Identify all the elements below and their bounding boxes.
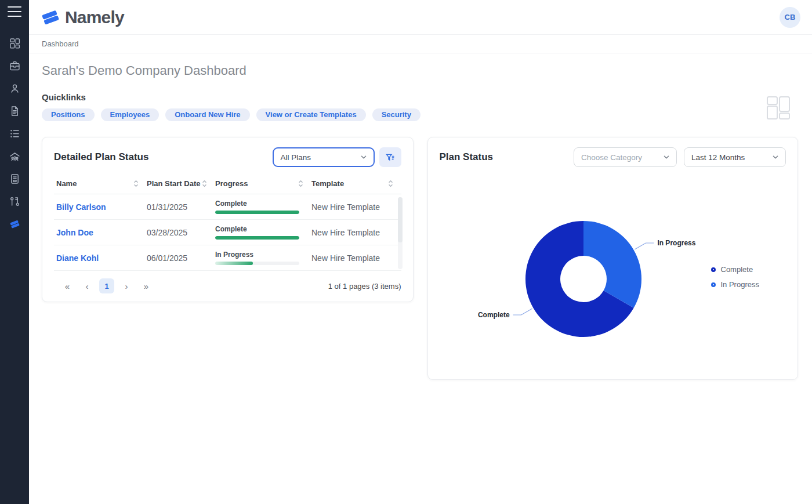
column-header-plan-start-date[interactable]: Plan Start Date: [147, 179, 215, 188]
chevron-down-icon: [771, 153, 780, 161]
quicklink-security[interactable]: Security: [372, 108, 420, 121]
plan-status-title: Plan Status: [440, 151, 494, 163]
detailed-plan-status-card: Detailed Plan Status All Plans Name Pl: [42, 137, 414, 302]
column-header-name[interactable]: Name: [54, 179, 147, 188]
prev-page-button[interactable]: ‹: [79, 278, 95, 293]
quicklinks-title: Quicklinks: [42, 92, 799, 102]
progress-cell: Complete: [215, 225, 311, 240]
last-page-button[interactable]: »: [139, 278, 154, 293]
quicklink-positions[interactable]: Positions: [42, 108, 95, 121]
namely-flag-icon: [9, 218, 21, 230]
person-icon: [9, 82, 21, 95]
workflow-icon: [9, 195, 21, 208]
table-scrollbar[interactable]: [398, 197, 403, 269]
list-icon: [9, 128, 21, 140]
org-people-icon: [9, 150, 21, 162]
table-header-row: Name Plan Start Date Progress Template: [54, 174, 401, 194]
progress-bar: [215, 211, 299, 214]
plan-filter-select[interactable]: All Plans: [273, 147, 375, 167]
document-icon: [9, 105, 21, 117]
sidebar-item-company[interactable]: [3, 55, 26, 77]
progress-cell: Complete: [215, 200, 311, 214]
progress-bar: [215, 236, 299, 240]
sidebar-item-org[interactable]: [3, 145, 26, 168]
plan-start-date: 03/28/2025: [147, 228, 215, 237]
first-page-button[interactable]: «: [60, 278, 75, 293]
quicklinks-row: Positions Employees Onboard New Hire Vie…: [42, 108, 799, 121]
breadcrumb-bar: Dashboard: [29, 35, 812, 53]
quicklink-onboard-new-hire[interactable]: Onboard New Hire: [165, 108, 249, 121]
briefcase-icon: [9, 60, 21, 72]
page-title: Sarah's Demo Company Dashboard: [42, 63, 799, 78]
chevron-down-icon: [662, 153, 670, 161]
quicklink-employees[interactable]: Employees: [101, 108, 160, 121]
page-1-button[interactable]: 1: [99, 278, 114, 293]
template-name: New Hire Template: [311, 228, 401, 237]
main-content: Namely CB Dashboard Sarah's Demo Company…: [29, 0, 812, 504]
sort-icon[interactable]: [202, 180, 207, 187]
template-name: New Hire Template: [311, 202, 401, 212]
sidebar-item-notes[interactable]: [3, 168, 26, 190]
table-row: John Doe 03/28/2025 Complete New Hire Te…: [54, 220, 401, 245]
chevron-down-icon: [360, 153, 368, 161]
menu-icon[interactable]: [7, 5, 22, 18]
namely-flag-logo-icon: [41, 8, 60, 27]
table-filter-button[interactable]: [379, 147, 401, 167]
notes-icon: [9, 173, 21, 185]
namely-logo[interactable]: Namely: [41, 8, 124, 27]
legend-item-in-progress[interactable]: In Progress: [711, 280, 759, 289]
logo-text: Namely: [65, 8, 124, 27]
column-header-progress[interactable]: Progress: [215, 179, 311, 188]
sort-icon[interactable]: [133, 180, 139, 187]
sidebar-item-dashboard[interactable]: [3, 32, 26, 55]
donut-callout-label: In Progress: [657, 239, 695, 247]
employee-link[interactable]: John Doe: [56, 228, 93, 237]
date-range-select[interactable]: Last 12 Months: [684, 147, 786, 167]
column-header-template[interactable]: Template: [311, 179, 401, 188]
sidebar: [0, 0, 29, 504]
plan-table: Name Plan Start Date Progress Template: [54, 174, 401, 271]
plan-filter-value: All Plans: [281, 153, 360, 162]
plan-status-card: Plan Status Choose Category Last 12 Mont…: [427, 137, 799, 380]
dashboard-grid-icon: [9, 37, 21, 49]
sort-icon[interactable]: [388, 180, 393, 187]
sidebar-item-namely[interactable]: [3, 213, 26, 235]
sidebar-item-workflow[interactable]: [3, 190, 26, 213]
plan-start-date: 06/01/2025: [147, 253, 215, 263]
plan-start-date: 01/31/2025: [147, 202, 215, 212]
detailed-plan-status-title: Detailed Plan Status: [54, 151, 148, 163]
date-range-value: Last 12 Months: [691, 153, 771, 162]
quicklink-view-or-create-templates[interactable]: View or Create Templates: [256, 108, 366, 121]
funnel-filter-icon: [385, 153, 395, 162]
progress-bar: [215, 262, 299, 265]
donut-slice-in-progress: [583, 221, 641, 308]
progress-cell: In Progress: [215, 251, 311, 265]
table-row: Billy Carlson 01/31/2025 Complete New Hi…: [54, 194, 401, 220]
employee-link[interactable]: Billy Carlson: [56, 202, 106, 212]
top-header: Namely CB: [29, 0, 812, 35]
chart-legend: Complete In Progress: [711, 265, 759, 289]
pagination-summary: 1 of 1 pages (3 items): [328, 282, 401, 291]
legend-item-complete[interactable]: Complete: [711, 265, 759, 274]
sidebar-item-tasks[interactable]: [3, 122, 26, 145]
table-row: Diane Kohl 06/01/2025 In Progress New Hi…: [54, 245, 401, 271]
template-name: New Hire Template: [311, 253, 401, 263]
legend-swatch-complete: [711, 267, 716, 272]
layout-widgets-icon[interactable]: [766, 96, 791, 120]
next-page-button[interactable]: ›: [119, 278, 134, 293]
pagination: « ‹ 1 › » 1 of 1 pages (3 items): [54, 278, 401, 293]
sidebar-item-people[interactable]: [3, 77, 26, 100]
sort-icon[interactable]: [298, 180, 303, 187]
donut-callout-label: Complete: [477, 311, 509, 319]
sidebar-item-documents[interactable]: [3, 100, 26, 122]
breadcrumb[interactable]: Dashboard: [42, 39, 79, 48]
employee-link[interactable]: Diane Kohl: [56, 253, 99, 263]
category-filter-select[interactable]: Choose Category: [574, 147, 677, 167]
avatar[interactable]: CB: [780, 7, 800, 28]
category-filter-placeholder: Choose Category: [581, 153, 662, 162]
legend-swatch-in-progress: [711, 282, 716, 287]
